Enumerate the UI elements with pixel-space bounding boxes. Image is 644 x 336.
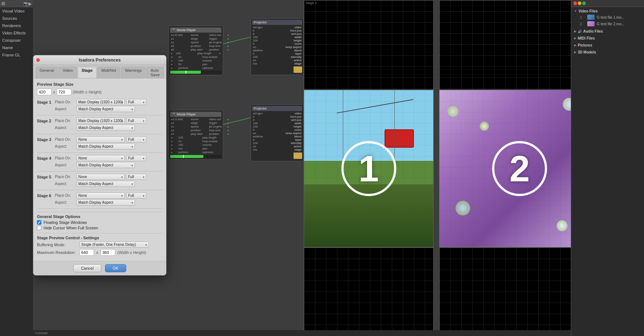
preview-height-input[interactable] bbox=[57, 89, 71, 95]
node-row: ● 0 play start position ● bbox=[170, 132, 221, 136]
node-row: ● 1:G test movie video out ● bbox=[170, 33, 221, 37]
right-panel-close-btn[interactable] bbox=[573, 1, 577, 5]
stage-3-place-dropdown[interactable]: None Main Display (1920 x 1200) bbox=[76, 136, 125, 143]
preview-size-section-title: Preview Stage Size bbox=[37, 82, 162, 86]
tab-autosave[interactable]: Auto Save bbox=[146, 67, 164, 78]
stage-4-label: Stage 4 bbox=[37, 156, 53, 160]
projector-row: additive blend bbox=[252, 49, 302, 52]
projector-node-2[interactable]: Projector vid-gpu video 0 horz pos 0 ver… bbox=[251, 104, 304, 161]
camera-btn[interactable]: 📷▶ bbox=[23, 1, 31, 6]
progress-marker-1 bbox=[186, 71, 186, 74]
pictures-arrow: ▶ bbox=[574, 44, 576, 47]
stage-4-place-dropdown[interactable]: None Main Display (1920 x 1200) bbox=[76, 155, 125, 161]
buffering-mode-dropdown[interactable]: Single (Faster, One Frame Delay) Double bbox=[79, 241, 149, 248]
projector-2-title: Projector bbox=[254, 107, 267, 110]
stage-2-full-dropdown[interactable]: Full bbox=[126, 118, 146, 124]
stage-1-aspect-dropdown-wrapper: Match Display Aspect ▼ bbox=[76, 106, 135, 112]
stage-1-block: Stage 1 Place On: Main Display (1920 x 1… bbox=[37, 99, 162, 115]
stage-2-aspect-dropdown-wrapper: Match Display Aspect ▼ bbox=[76, 125, 135, 131]
file-name-1: G test file 1.mo... bbox=[597, 15, 625, 19]
file-item-2[interactable]: 2 G test file 2.mo... bbox=[573, 21, 643, 27]
projector-row: 100 width bbox=[252, 122, 302, 125]
stage-4-full-dropdown[interactable]: Full bbox=[126, 155, 146, 161]
node-row: ● on loop enable bbox=[170, 55, 221, 59]
preview-size-x: x bbox=[53, 90, 55, 94]
video-files-arrow: ▼ bbox=[574, 10, 577, 13]
projector-row: 0 horz pos bbox=[252, 115, 302, 118]
stage-3-aspect-dropdown[interactable]: Match Display Aspect bbox=[76, 143, 135, 149]
file-section-midi-header[interactable]: ▶ MIDI Files bbox=[573, 36, 643, 41]
projector-node-1[interactable]: Projector vid-gpu video 0 horz pos 0 ver… bbox=[251, 18, 304, 75]
sidebar-item-name[interactable]: Name bbox=[0, 44, 33, 51]
projector-row: 0 layer bbox=[252, 52, 302, 55]
stage-5-aspect-label: Aspect: bbox=[55, 182, 75, 186]
stage-1-place-dropdown[interactable]: Main Display (1920 x 1200) None bbox=[76, 99, 125, 105]
stage-2-block: Stage 2 Place On: Main Display (1920 x 1… bbox=[37, 118, 162, 134]
stage-6-aspect-dropdown[interactable]: Match Display Aspect bbox=[76, 199, 135, 206]
stage-6-place-dropdown[interactable]: None Main Display (1920 x 1200) bbox=[76, 192, 125, 199]
midi-files-label: MIDI Files bbox=[578, 36, 595, 40]
video-files-label: Video Files bbox=[579, 9, 598, 13]
floating-stage-windows-checkbox[interactable] bbox=[37, 220, 41, 225]
projector-row: 0 layer bbox=[252, 138, 302, 141]
tab-warnings[interactable]: Warnings bbox=[121, 67, 146, 78]
canvas-area[interactable]: 🎬 Movie Player ● 1:G test movie video ou… bbox=[33, 0, 571, 336]
projector-row: 100 intensity bbox=[252, 141, 302, 145]
cancel-button[interactable]: Cancel bbox=[73, 264, 101, 272]
preview-width-input[interactable] bbox=[37, 89, 52, 95]
stage-2-place-dropdown[interactable]: Main Display (1920 x 1200) None bbox=[76, 118, 125, 124]
audio-files-arrow: ▶ bbox=[574, 30, 576, 33]
projector-row: additive blend bbox=[252, 135, 302, 138]
file-item-1[interactable]: 1 G test file 1.mo... bbox=[573, 14, 643, 21]
sidebar-item-sources[interactable]: Sources bbox=[0, 15, 33, 22]
stage-2-aspect-dropdown[interactable]: Match Display Aspect bbox=[76, 125, 135, 131]
tab-stage[interactable]: Stage bbox=[78, 67, 97, 78]
sidebar-item-composer[interactable]: Composer bbox=[0, 37, 33, 44]
file-section-video-header[interactable]: ▼ Video Files bbox=[573, 8, 643, 14]
dialog-close-btn[interactable] bbox=[36, 58, 40, 62]
movie-player-node-2[interactable]: 🎬 Movie Player ● 2:G test movie video ou… bbox=[168, 110, 223, 160]
stage-1-full-dropdown[interactable]: Full bbox=[126, 99, 146, 105]
file-name-2: G test file 2.mo... bbox=[597, 22, 625, 26]
tab-general[interactable]: General bbox=[35, 67, 58, 78]
max-height-input[interactable] bbox=[101, 249, 115, 256]
ok-button[interactable]: OK bbox=[105, 264, 126, 272]
right-panel-minimize-btn[interactable] bbox=[578, 1, 581, 5]
max-width-input[interactable] bbox=[79, 249, 94, 256]
buffering-mode-label: Buffering Mode: bbox=[37, 243, 77, 247]
stage-4-aspect-dropdown[interactable]: Match Display Aspect bbox=[76, 162, 135, 168]
stage-6-full-dropdown[interactable]: Full bbox=[126, 192, 146, 199]
file-section-audio-header[interactable]: ▶ 🔊 Audio Files bbox=[573, 29, 643, 34]
projector-row: on active bbox=[252, 145, 302, 148]
stage-preview-2-content: 2 bbox=[439, 90, 571, 247]
stage-6-aspect-dropdown-wrapper: Match Display Aspect ▼ bbox=[76, 199, 135, 206]
sidebar-close-btn[interactable]: ✕ bbox=[1, 2, 5, 5]
progress-bar-1[interactable] bbox=[170, 71, 221, 74]
stage-3-aspect-label: Aspect: bbox=[55, 144, 75, 148]
projector-row: on keep aspect bbox=[252, 132, 302, 135]
sidebar-item-video-effects[interactable]: Video Effects bbox=[0, 29, 33, 37]
stage-1-aspect-dropdown[interactable]: Match Display Aspect bbox=[76, 106, 135, 112]
stage-grid-1-bottom bbox=[304, 248, 433, 336]
stage-5-aspect-dropdown[interactable]: Match Display Aspect bbox=[76, 181, 135, 187]
max-resolution-row: Maximum Resolution: x (Width x Height) bbox=[37, 249, 162, 256]
stage-3-full-dropdown[interactable]: Full bbox=[126, 136, 146, 143]
stage-preview-1-content: 1 bbox=[304, 90, 434, 247]
hide-cursor-row: Hide Cursor When Full Screen bbox=[37, 226, 162, 230]
sidebar-item-frame-gl[interactable]: Frame GL bbox=[0, 51, 33, 59]
dialog-footer: Cancel OK bbox=[33, 261, 166, 275]
movie-player-node-1[interactable]: 🎬 Movie Player ● 1:G test movie video ou… bbox=[168, 26, 223, 75]
tab-midinet[interactable]: Midi/Net bbox=[97, 67, 120, 78]
hide-cursor-checkbox[interactable] bbox=[37, 226, 41, 230]
sidebar-item-renderers[interactable]: Renderers bbox=[0, 22, 33, 29]
file-section-pictures-header[interactable]: ▶ Pictures bbox=[573, 43, 643, 48]
stage-5-place-dropdown[interactable]: None Main Display (1920 x 1200) bbox=[76, 174, 125, 180]
projector-row: 100 width bbox=[252, 36, 302, 39]
progress-bar-2[interactable] bbox=[170, 155, 221, 158]
file-section-3d-header[interactable]: ▶ 3D Models bbox=[573, 49, 643, 55]
tab-video[interactable]: Video bbox=[59, 67, 77, 78]
right-panel-maximize-btn[interactable] bbox=[582, 1, 586, 5]
stage-5-full-dropdown[interactable]: Full bbox=[126, 174, 146, 180]
movie-player-2-rows: ● 2:G test movie video out ● ● 2 stage t… bbox=[170, 118, 221, 154]
sidebar-item-visual-video[interactable]: Visual Video bbox=[0, 7, 33, 15]
